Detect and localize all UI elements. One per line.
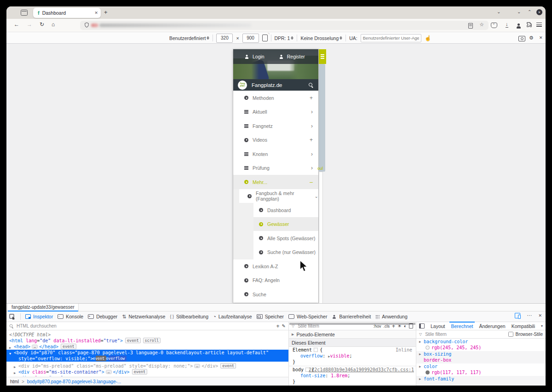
register-link[interactable]: Register <box>287 54 305 59</box>
hover-pseudo-button[interactable]: :hov <box>373 324 381 329</box>
expand-arrow-icon[interactable]: ▶ <box>419 340 421 344</box>
menu-item-suche[interactable]: Suche <box>233 287 318 301</box>
mobile-menu-hamburger-button[interactable] <box>319 49 326 64</box>
add-node-plus-icon[interactable]: + <box>276 323 280 329</box>
viewport-width-input[interactable] <box>216 34 233 43</box>
pane-toggle-icon[interactable] <box>419 323 425 329</box>
tab-inspektor[interactable]: Inspektor <box>25 314 53 319</box>
site-logo[interactable]: Fang platz <box>238 81 247 90</box>
menu-item-mehr[interactable]: Mehr... – <box>233 175 318 189</box>
back-icon[interactable]: ← <box>14 21 19 28</box>
overflow-badge[interactable]: overflow <box>109 356 126 361</box>
user-agent-input[interactable] <box>361 34 421 42</box>
tab-kompatibilitaet[interactable]: Kompatibili <box>512 323 535 329</box>
dark-theme-contrast-icon[interactable]: ◐ <box>404 323 407 329</box>
firefox-view-icon[interactable] <box>21 10 28 16</box>
expand-plus-icon[interactable]: + <box>310 95 318 101</box>
dpr-select[interactable]: DPR: 1 <box>275 35 294 41</box>
menu-item-fangnetz[interactable]: Fangnetz › <box>233 119 318 133</box>
tab-debugger[interactable]: ▸ Debugger <box>88 314 117 319</box>
menu-item-alle-spots[interactable]: Alle Spots (Gewässer) <box>233 231 318 245</box>
url-bar[interactable]: ☆ <box>80 21 489 30</box>
event-badge[interactable]: event <box>61 344 76 349</box>
rule-selector[interactable]: Element <box>293 347 312 352</box>
tab-layout[interactable]: Layout <box>431 323 445 329</box>
menu-item-suche-gewaesser[interactable]: Suche (nur Gewässer) <box>233 245 318 259</box>
css-property[interactable]: overflow <box>300 353 322 358</box>
menu-item-aktuell[interactable]: Aktuell › <box>233 105 318 119</box>
markup-site-container-node[interactable]: ▶ <div class="ms-site-container">…</div>… <box>6 369 288 375</box>
markup-preload-node[interactable]: ▶ <div id="ms-preload" class="ms-preload… <box>6 363 288 369</box>
tab-speicher[interactable]: Speicher <box>257 314 284 319</box>
stylesheet-link[interactable]: 222c1d8803b9e346a1909920d33c7cfb.css:1 <box>309 367 414 373</box>
menu-item-methoden[interactable]: Methoden + <box>233 91 318 105</box>
rotate-viewport-icon[interactable] <box>262 35 268 41</box>
rdm-close-icon[interactable]: ✕ <box>539 35 543 40</box>
site-search-icon[interactable] <box>309 83 313 87</box>
markup-html-node[interactable]: <html lang="de" data-lt-installed="true"… <box>6 338 288 344</box>
tab-anwendung[interactable]: Anwendung <box>375 314 407 319</box>
highlighter-toggle-icon[interactable] <box>314 348 318 352</box>
extensions-puzzle-icon[interactable] <box>526 22 532 28</box>
expand-plus-icon[interactable]: + <box>310 137 318 143</box>
viewport-scrollbar-thumb[interactable] <box>319 64 325 172</box>
computed-row-color[interactable]: ▶ color rgb(117, 117, 117) <box>416 363 546 376</box>
devtools-close-icon[interactable]: ✕ <box>538 313 542 318</box>
viewport-height-input[interactable] <box>242 34 259 43</box>
pick-element-icon[interactable] <box>9 314 16 320</box>
rules-filter-input[interactable] <box>297 323 371 329</box>
expand-arrow-icon[interactable]: ▶ <box>419 377 421 381</box>
caret-down-icon[interactable]: ⌄ <box>315 194 318 199</box>
computed-row-box-sizing[interactable]: ▶ box-sizing border-box <box>416 351 546 363</box>
expand-arrow-icon[interactable]: ▶ <box>419 352 421 356</box>
breadcrumb-html[interactable]: html <box>10 379 19 384</box>
screenshot-camera-icon[interactable] <box>518 36 525 41</box>
menu-item-faq[interactable]: FAQ: Angeln <box>233 273 318 288</box>
rule-selector[interactable]: body <box>293 367 304 372</box>
scroll-badge[interactable]: scroll <box>143 338 161 343</box>
markup-head-node[interactable]: ▶ <head>…</head>event <box>6 344 288 350</box>
list-all-tabs-icon[interactable]: ⌄ <box>497 9 500 14</box>
css-property[interactable]: font-size <box>300 373 325 378</box>
tab-web-speicher[interactable]: Web-Speicher <box>288 314 327 319</box>
window-maximize-icon[interactable]: ⌃ <box>528 9 531 14</box>
html-search-input[interactable] <box>16 323 274 329</box>
login-link[interactable]: Login <box>253 54 264 59</box>
menu-item-videos[interactable]: Videos + <box>233 133 318 147</box>
device-preset-select[interactable]: Benutzerdefiniert <box>169 35 209 41</box>
tab-konsole[interactable]: › Konsole <box>58 314 83 319</box>
chevron-right-icon[interactable]: › <box>311 123 318 129</box>
event-badge[interactable]: event <box>220 363 236 369</box>
tab-close-icon[interactable]: ✕ <box>94 11 98 15</box>
app-menu-hamburger-icon[interactable] <box>536 23 542 27</box>
collapse-arrow-icon[interactable]: ▼ <box>9 351 11 357</box>
print-media-icon[interactable] <box>409 323 413 329</box>
tabs-overflow-caret-icon[interactable]: ▾ <box>541 324 543 328</box>
event-badge[interactable]: event <box>132 369 148 375</box>
class-toggle-button[interactable]: .cls <box>383 324 390 329</box>
throttling-select[interactable]: Keine Drosselung <box>300 35 342 41</box>
menu-item-fangbuch[interactable]: Fangbuch & mehr (Fangplan) ⌄ <box>233 189 318 203</box>
add-rule-plus-icon[interactable]: + <box>392 323 395 329</box>
eyedropper-icon[interactable]: ✎ <box>282 323 286 329</box>
menu-item-knoten[interactable]: Knoten › <box>233 147 318 161</box>
devtools-target-tab[interactable]: fangplatz-update33/gewaesser <box>7 304 79 311</box>
pocket-icon[interactable] <box>491 23 497 28</box>
computed-row-background-color[interactable]: ▶ background-color rgb(245, 245, 245) <box>416 339 546 351</box>
markup-clipped-node[interactable]: ▶ <div class="ms-f <box>6 375 288 376</box>
download-icon[interactable]: ↓ <box>506 21 508 28</box>
tab-stilbearbeitung[interactable]: { } Stilbearbeitung <box>170 314 208 319</box>
event-badge[interactable]: event <box>96 356 107 361</box>
tab-aenderungen[interactable]: Änderungen <box>479 323 505 329</box>
markup-doctype[interactable]: <!DOCTYPE html> <box>6 332 288 338</box>
tab-laufzeitanalyse[interactable]: ◔ Laufzeitanalyse <box>213 314 252 319</box>
css-value[interactable]: 1.8rem <box>331 373 347 378</box>
pseudo-elements-header[interactable]: ▶ Pseudo-Elemente <box>289 330 416 339</box>
tab-berechnet[interactable]: Berechnet <box>451 323 473 329</box>
breadcrumb-body-selected[interactable]: body#p870.page-870.pagelevel-3.language-… <box>27 379 121 384</box>
rdm-settings-gear-icon[interactable]: ⚙ <box>529 35 534 41</box>
reload-icon[interactable]: ↻ <box>40 21 44 28</box>
tab-barrierefreiheit[interactable]: Barrierefreiheit <box>332 314 371 319</box>
menu-item-dashboard[interactable]: Dashboard <box>233 203 318 217</box>
forward-icon[interactable]: → <box>27 21 32 28</box>
